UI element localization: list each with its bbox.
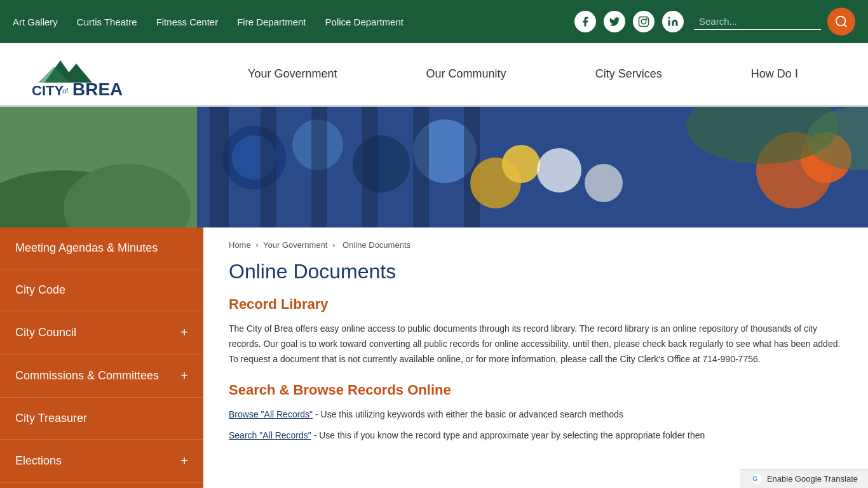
- svg-text:BREA: BREA: [72, 79, 123, 98]
- top-bar-link-curtis-theatre[interactable]: Curtis Theatre: [77, 17, 137, 27]
- instagram-icon[interactable]: [633, 11, 654, 32]
- hero-image: [0, 107, 868, 227]
- breadcrumb-current: Online Documents: [342, 240, 410, 250]
- search-area: [694, 8, 855, 36]
- main-content: Home › Your Government › Online Document…: [203, 227, 868, 488]
- breadcrumb-sep2: ›: [332, 240, 335, 250]
- sidebar-item-label: Meeting Agendas & Minutes: [15, 241, 158, 255]
- svg-point-1: [641, 19, 646, 24]
- breadcrumb-home[interactable]: Home: [229, 240, 251, 250]
- sidebar-item-label: City Code: [15, 283, 65, 297]
- sidebar-item-label: City Council: [15, 326, 76, 339]
- record-line-2: Search "All Records" - Use this if you k…: [229, 428, 843, 442]
- top-bar-link-art-gallery[interactable]: Art Gallery: [13, 17, 58, 27]
- linkedin-icon[interactable]: [662, 11, 684, 32]
- social-icons: [574, 11, 684, 32]
- breadcrumb-your-government[interactable]: Your Government: [263, 240, 327, 250]
- top-bar-link-police-department[interactable]: Police Department: [325, 17, 403, 27]
- record1-text: - Use this utilizing keywords with eithe…: [313, 409, 623, 419]
- top-bar-links: Art Gallery Curtis Theatre Fitness Cente…: [13, 17, 403, 27]
- search-browse-heading: Search & Browse Records Online: [229, 382, 843, 398]
- svg-text:of: of: [62, 87, 69, 95]
- sidebar-item-commissions[interactable]: Commissions & Committees +: [0, 355, 203, 398]
- sidebar-item-city-council[interactable]: City Council +: [0, 311, 203, 355]
- sidebar-item-online-documents[interactable]: Online Documents: [0, 483, 203, 488]
- svg-rect-25: [413, 107, 429, 227]
- google-translate-area[interactable]: G Enable Google Translate: [750, 473, 858, 485]
- record2-text: - Use this if you know the record type a…: [311, 430, 705, 440]
- top-bar-link-fitness-center[interactable]: Fitness Center: [156, 17, 219, 27]
- browse-all-records-link[interactable]: Browse "All Records": [229, 409, 313, 419]
- expand-icon: +: [180, 369, 188, 383]
- svg-rect-24: [362, 107, 378, 227]
- nav-your-government[interactable]: Your Government: [238, 61, 346, 87]
- svg-point-32: [585, 164, 623, 202]
- breadcrumb: Home › Your Government › Online Document…: [229, 240, 843, 250]
- sidebar-item-city-code[interactable]: City Code: [0, 269, 203, 311]
- record-library-heading: Record Library: [229, 296, 843, 313]
- nav-our-community[interactable]: Our Community: [417, 61, 516, 87]
- svg-point-2: [646, 18, 647, 20]
- nav-city-services[interactable]: City Services: [586, 61, 672, 87]
- svg-text:CITY: CITY: [32, 83, 64, 98]
- search-input[interactable]: [694, 13, 821, 30]
- svg-line-5: [844, 24, 846, 27]
- footer-bar: G Enable Google Translate: [740, 469, 868, 488]
- top-bar-link-fire-department[interactable]: Fire Department: [237, 17, 306, 27]
- facebook-icon[interactable]: [574, 11, 596, 32]
- breadcrumb-sep1: ›: [255, 240, 258, 250]
- sidebar-item-meeting-agendas[interactable]: Meeting Agendas & Minutes: [0, 227, 203, 269]
- svg-rect-23: [311, 107, 327, 227]
- translate-label: Enable Google Translate: [767, 474, 858, 484]
- site-header: CITY of BREA Your Government Our Communi…: [0, 43, 868, 107]
- nav-how-do-i[interactable]: How Do I: [742, 61, 808, 87]
- svg-point-4: [836, 17, 846, 26]
- search-all-records-link[interactable]: Search "All Records": [229, 430, 311, 440]
- search-button[interactable]: [827, 8, 855, 36]
- svg-rect-0: [639, 17, 649, 27]
- top-bar-right: [574, 8, 855, 36]
- svg-point-19: [353, 135, 410, 193]
- sidebar-item-label: Elections: [15, 454, 62, 468]
- sidebar-item-city-treasurer[interactable]: City Treasurer: [0, 398, 203, 440]
- svg-point-31: [537, 148, 581, 193]
- record-line-1: Browse "All Records" - Use this utilizin…: [229, 407, 843, 421]
- svg-text:G: G: [752, 475, 757, 482]
- svg-rect-22: [261, 107, 276, 227]
- sidebar-item-label: City Treasurer: [15, 412, 87, 425]
- page-title: Online Documents: [229, 260, 843, 283]
- svg-point-28: [502, 145, 540, 183]
- expand-icon: +: [180, 454, 188, 468]
- svg-point-3: [668, 17, 670, 19]
- top-bar: Art Gallery Curtis Theatre Fitness Cente…: [0, 0, 868, 43]
- twitter-icon[interactable]: [604, 11, 625, 32]
- record-library-body: The City of Brea offers easy online acce…: [229, 322, 843, 367]
- expand-icon: +: [180, 325, 188, 340]
- content-wrapper: Meeting Agendas & Minutes City Code City…: [0, 227, 868, 488]
- sidebar-item-elections[interactable]: Elections +: [0, 440, 203, 483]
- main-nav: Your Government Our Community City Servi…: [203, 61, 843, 87]
- logo-area[interactable]: CITY of BREA: [25, 48, 203, 100]
- sidebar-item-label: Commissions & Committees: [15, 369, 159, 383]
- svg-rect-21: [210, 107, 229, 227]
- sidebar: Meeting Agendas & Minutes City Code City…: [0, 227, 203, 488]
